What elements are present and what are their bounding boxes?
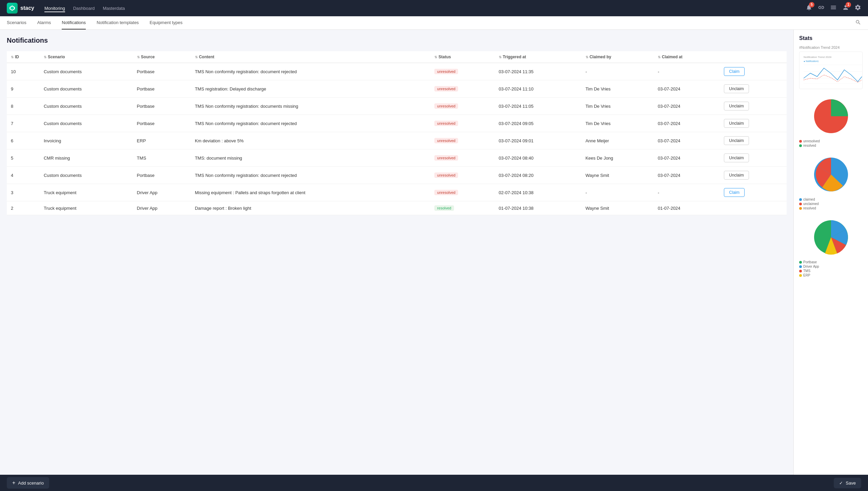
stats-title: Stats	[799, 35, 863, 41]
cell-triggered-at: 03-07-2024 11:35	[495, 63, 581, 80]
cell-status: unresolved	[430, 115, 495, 132]
cell-status: unresolved	[430, 132, 495, 149]
cell-scenario: CMR missing	[40, 149, 133, 167]
cell-status: unresolved	[430, 149, 495, 167]
unclaim-button[interactable]: Unclaim	[724, 119, 749, 128]
cell-claimed-by: -	[581, 63, 654, 80]
col-claimed-at[interactable]: ⇅Claimed at	[654, 51, 720, 63]
cell-claimed-at: 03-07-2024	[654, 149, 720, 167]
table-row: 3 Truck equipment Driver App Missing equ…	[7, 184, 787, 201]
cell-content: TMS Non conformity registration: documen…	[191, 98, 431, 115]
trend-chart-label: #Notification Trend 2024	[799, 45, 863, 49]
cell-action: Unclaim	[720, 115, 787, 132]
top-nav: stacy Monitoring Dashboard Masterdata 5 …	[0, 0, 868, 16]
table-row: 9 Custom documents Portbase TMS registra…	[7, 80, 787, 98]
claim-button[interactable]: Claim	[724, 188, 745, 197]
cell-id: 4	[7, 167, 40, 184]
sub-nav: Scenarios Alarms Notifications Notificat…	[0, 16, 868, 30]
table-row: 8 Custom documents Portbase TMS Non conf…	[7, 98, 787, 115]
unclaim-button[interactable]: Unclaim	[724, 84, 749, 93]
status-badge: unresolved	[434, 69, 458, 74]
col-triggered[interactable]: ⇅Triggered at	[495, 51, 581, 63]
nav-link-masterdata[interactable]: Masterdata	[103, 4, 125, 12]
stats-panel: Stats #Notification Trend 2024 Notificat…	[793, 30, 868, 475]
logo[interactable]: stacy	[7, 3, 34, 14]
subnav-equipment-types[interactable]: Equipment types	[150, 16, 182, 29]
top-nav-right: 5 1	[806, 4, 861, 13]
subnav-alarms[interactable]: Alarms	[37, 16, 51, 29]
cell-action: Unclaim	[720, 80, 787, 98]
cell-claimed-by: Kees De Jong	[581, 149, 654, 167]
cell-claimed-by: Tim De Vries	[581, 98, 654, 115]
table-row: 4 Custom documents Portbase TMS Non conf…	[7, 167, 787, 184]
status-badge: unresolved	[434, 138, 458, 143]
cell-status: unresolved	[430, 167, 495, 184]
subnav-scenarios[interactable]: Scenarios	[7, 16, 26, 29]
cell-id: 10	[7, 63, 40, 80]
cell-scenario: Custom documents	[40, 80, 133, 98]
cell-triggered-at: 02-07-2024 10:38	[495, 184, 581, 201]
cell-source: TMS	[133, 149, 191, 167]
pie-legend-1: unresolved resolved	[799, 139, 863, 147]
col-id[interactable]: ⇅ID	[7, 51, 40, 63]
unclaim-button[interactable]: Unclaim	[724, 102, 749, 110]
pie-chart-source	[811, 217, 851, 258]
cell-scenario: Custom documents	[40, 115, 133, 132]
unclaim-button[interactable]: Unclaim	[724, 171, 749, 180]
col-claimed-by[interactable]: ⇅Claimed by	[581, 51, 654, 63]
cell-scenario: Truck equipment	[40, 184, 133, 201]
cell-triggered-at: 01-07-2024 10:38	[495, 201, 581, 215]
search-icon[interactable]	[855, 19, 861, 27]
cell-scenario: Custom documents	[40, 167, 133, 184]
unclaim-button[interactable]: Unclaim	[724, 154, 749, 162]
trend-chart-container: #Notification Trend 2024 Notification Tr…	[799, 45, 863, 89]
notification-icon[interactable]: 5	[806, 4, 812, 13]
table-row: 2 Truck equipment Driver App Damage repo…	[7, 201, 787, 215]
cell-claimed-at: 03-07-2024	[654, 80, 720, 98]
nav-link-dashboard[interactable]: Dashboard	[73, 4, 95, 12]
cell-source: ERP	[133, 132, 191, 149]
nav-link-monitoring[interactable]: Monitoring	[44, 4, 65, 12]
unclaim-button[interactable]: Unclaim	[724, 136, 749, 145]
logo-text: stacy	[20, 5, 34, 11]
user-icon[interactable]: 1	[842, 4, 849, 13]
cell-source: Portbase	[133, 63, 191, 80]
cell-source: Driver App	[133, 184, 191, 201]
status-badge: unresolved	[434, 155, 458, 161]
subnav-notifications[interactable]: Notifications	[62, 16, 86, 29]
content-area: Notifications ⇅ID ⇅Scenario ⇅Source ⇅Con…	[0, 30, 793, 475]
cell-id: 6	[7, 132, 40, 149]
col-status[interactable]: ⇅Status	[430, 51, 495, 63]
cell-status: unresolved	[430, 184, 495, 201]
col-content[interactable]: ⇅Content	[191, 51, 431, 63]
col-source[interactable]: ⇅Source	[133, 51, 191, 63]
col-scenario[interactable]: ⇅Scenario	[40, 51, 133, 63]
link-icon[interactable]	[818, 4, 825, 13]
page-title: Notifications	[7, 37, 787, 44]
cell-id: 8	[7, 98, 40, 115]
cell-claimed-by: Tim De Vries	[581, 115, 654, 132]
sub-nav-links: Scenarios Alarms Notifications Notificat…	[7, 16, 182, 29]
menu-icon[interactable]	[830, 4, 837, 13]
cell-triggered-at: 03-07-2024 08:40	[495, 149, 581, 167]
cell-claimed-at: 03-07-2024	[654, 98, 720, 115]
settings-icon[interactable]	[854, 4, 861, 13]
cell-claimed-at: -	[654, 184, 720, 201]
cell-action: Claim	[720, 63, 787, 80]
table-row: 10 Custom documents Portbase TMS Non con…	[7, 63, 787, 80]
cell-claimed-at: -	[654, 63, 720, 80]
pie-chart-1-container: unresolved resolved	[799, 96, 863, 147]
cell-claimed-at: 03-07-2024	[654, 132, 720, 149]
cell-triggered-at: 03-07-2024 11:10	[495, 80, 581, 98]
claim-button[interactable]: Claim	[724, 67, 745, 76]
cell-claimed-at: 03-07-2024	[654, 167, 720, 184]
cell-action: Unclaim	[720, 132, 787, 149]
status-badge: unresolved	[434, 103, 458, 109]
cell-triggered-at: 03-07-2024 09:01	[495, 132, 581, 149]
subnav-notification-templates[interactable]: Notification templates	[97, 16, 139, 29]
cell-claimed-by: -	[581, 184, 654, 201]
cell-content: TMS Non conformity registration: documen…	[191, 115, 431, 132]
cell-content: TMS: document missing	[191, 149, 431, 167]
cell-content: TMS registration: Delayed discharge	[191, 80, 431, 98]
cell-action	[720, 201, 787, 215]
